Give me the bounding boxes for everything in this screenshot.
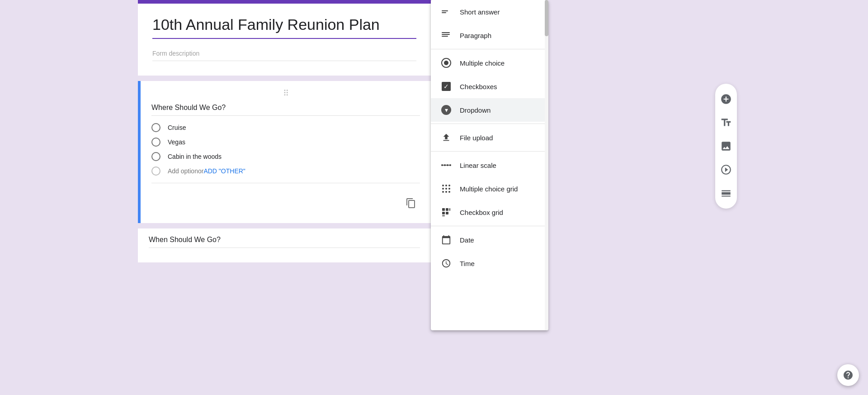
- menu-item-dropdown[interactable]: ▾ Dropdown: [431, 98, 548, 122]
- page-container: 10th Annual Family Reunion Plan Form des…: [0, 0, 868, 395]
- menu-item-checkbox-grid[interactable]: Checkbox grid: [431, 200, 548, 224]
- form-header-card: 10th Annual Family Reunion Plan Form des…: [138, 0, 431, 76]
- svg-rect-22: [442, 212, 445, 214]
- svg-point-18: [448, 191, 450, 193]
- card-divider: [151, 183, 420, 183]
- menu-item-linear-scale[interactable]: Linear scale: [431, 153, 548, 177]
- plus-circle-icon: [720, 93, 732, 105]
- dropdown-menu: Short answer Paragraph: [431, 0, 548, 330]
- menu-item-multiple-choice-label: Multiple choice: [460, 59, 505, 67]
- menu-item-date[interactable]: Date: [431, 228, 548, 252]
- add-other-link[interactable]: ADD "OTHER": [203, 167, 245, 175]
- question-card-1: ⠿ Where Should We Go? Cruise Vegas Cabin…: [138, 81, 431, 223]
- add-video-button[interactable]: [715, 159, 737, 181]
- radio-circle-cruise: [151, 123, 160, 132]
- text-title-icon: [720, 117, 732, 128]
- scroll-track: [545, 0, 548, 330]
- svg-rect-4: [442, 36, 448, 37]
- svg-rect-21: [449, 208, 450, 211]
- menu-item-file-upload[interactable]: File upload: [431, 126, 548, 149]
- menu-item-short-answer[interactable]: Short answer: [431, 0, 548, 24]
- add-question-button[interactable]: [715, 88, 737, 110]
- question-2-title[interactable]: When Should We Go?: [149, 236, 420, 248]
- menu-item-checkbox-grid-label: Checkbox grid: [460, 209, 503, 216]
- form-description-placeholder[interactable]: Form description: [152, 46, 416, 61]
- svg-rect-3: [442, 34, 450, 35]
- svg-rect-24: [442, 215, 445, 216]
- help-button[interactable]: [837, 364, 859, 386]
- svg-rect-20: [446, 208, 448, 211]
- menu-divider-1: [431, 49, 548, 49]
- menu-item-time[interactable]: Time: [431, 252, 548, 275]
- paragraph-icon: [440, 29, 453, 42]
- card-actions: [151, 190, 420, 212]
- svg-point-12: [448, 185, 450, 186]
- add-title-button[interactable]: [715, 112, 737, 133]
- menu-item-checkboxes-label: Checkboxes: [460, 83, 497, 90]
- copy-icon: [406, 198, 416, 209]
- main-content: 10th Annual Family Reunion Plan Form des…: [138, 0, 868, 395]
- svg-rect-1: [442, 12, 446, 13]
- multiple-choice-icon: [440, 57, 453, 69]
- radio-circle-vegas: [151, 138, 160, 147]
- checkboxes-icon: ✓: [440, 80, 453, 93]
- radio-circle-cabin: [151, 152, 160, 161]
- drag-handle[interactable]: ⠿: [151, 88, 420, 98]
- question-card-2: When Should We Go?: [138, 228, 431, 262]
- add-option-text[interactable]: Add option: [168, 167, 198, 175]
- date-icon: [440, 233, 453, 246]
- add-image-button[interactable]: [715, 135, 737, 157]
- option-vegas[interactable]: Vegas: [151, 138, 420, 147]
- menu-divider-3: [431, 151, 548, 152]
- menu-item-multiple-choice-grid-label: Multiple choice grid: [460, 185, 518, 193]
- menu-item-multiple-choice-grid[interactable]: Multiple choice grid: [431, 177, 548, 200]
- scroll-thumb[interactable]: [545, 0, 548, 36]
- svg-point-10: [442, 185, 444, 186]
- svg-point-13: [442, 188, 444, 190]
- menu-divider-2: [431, 124, 548, 124]
- menu-item-date-label: Date: [460, 236, 474, 244]
- question-1-title[interactable]: Where Should We Go?: [151, 104, 420, 116]
- svg-rect-0: [442, 10, 448, 11]
- menu-divider-4: [431, 226, 548, 226]
- add-section-button[interactable]: [715, 182, 737, 204]
- help-icon: [843, 370, 854, 381]
- menu-item-multiple-choice[interactable]: Multiple choice: [431, 51, 548, 75]
- svg-rect-19: [442, 208, 445, 211]
- dropdown-icon: ▾: [440, 104, 453, 116]
- svg-point-15: [448, 188, 450, 190]
- section-icon: [720, 187, 732, 199]
- copy-button[interactable]: [402, 194, 420, 212]
- svg-point-14: [445, 188, 447, 190]
- svg-point-16: [442, 191, 444, 193]
- image-icon: [720, 140, 732, 152]
- right-toolbar: [715, 84, 737, 209]
- option-label-vegas: Vegas: [168, 138, 185, 146]
- option-cruise[interactable]: Cruise: [151, 123, 420, 132]
- menu-item-time-label: Time: [460, 260, 475, 267]
- menu-item-linear-scale-label: Linear scale: [460, 162, 496, 169]
- add-option-separator: or: [198, 167, 203, 175]
- svg-point-17: [445, 191, 447, 193]
- svg-rect-2: [442, 32, 450, 33]
- option-label-cabin: Cabin in the woods: [168, 153, 222, 160]
- menu-item-dropdown-label: Dropdown: [460, 106, 491, 114]
- linear-scale-icon: [440, 159, 453, 171]
- add-option-row[interactable]: Add option or ADD "OTHER": [151, 167, 420, 176]
- form-title[interactable]: 10th Annual Family Reunion Plan: [152, 14, 416, 39]
- menu-item-file-upload-label: File upload: [460, 134, 493, 142]
- svg-rect-23: [446, 212, 448, 214]
- option-label-cruise: Cruise: [168, 124, 186, 131]
- menu-item-paragraph[interactable]: Paragraph: [431, 24, 548, 47]
- add-option-circle: [151, 167, 160, 176]
- short-answer-icon: [440, 5, 453, 18]
- file-upload-icon: [440, 131, 453, 144]
- left-background: [0, 0, 138, 395]
- time-icon: [440, 257, 453, 270]
- menu-item-paragraph-label: Paragraph: [460, 32, 491, 39]
- checkbox-grid-icon: [440, 206, 453, 219]
- menu-item-checkboxes[interactable]: ✓ Checkboxes: [431, 75, 548, 98]
- option-cabin[interactable]: Cabin in the woods: [151, 152, 420, 161]
- menu-item-short-answer-label: Short answer: [460, 8, 500, 16]
- dropdown-scroll-wrapper: Short answer Paragraph: [431, 0, 548, 330]
